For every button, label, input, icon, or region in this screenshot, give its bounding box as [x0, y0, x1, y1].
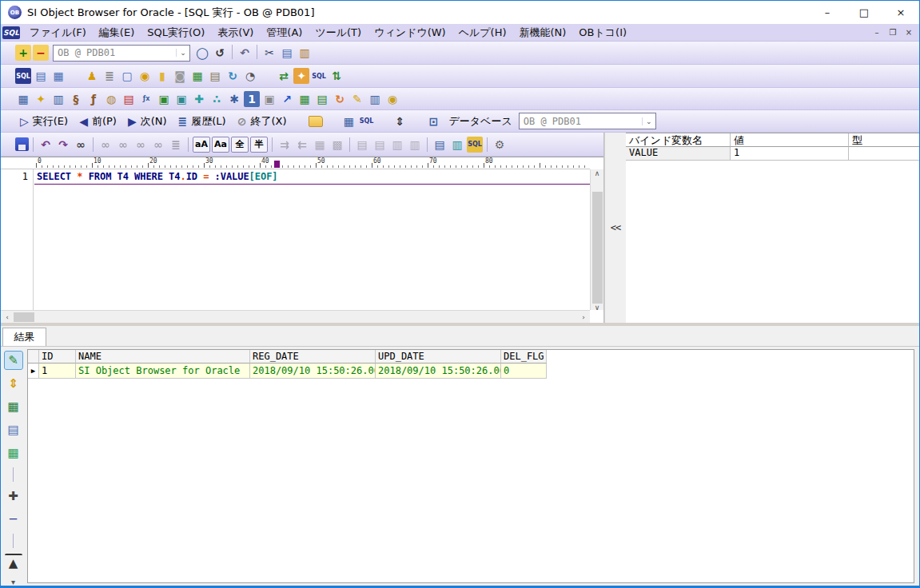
windows-cascade-icon[interactable]: ▣	[261, 91, 277, 107]
move-record-icon[interactable]: ⇕	[5, 375, 22, 392]
edit-row-icon[interactable]: ✎	[5, 352, 22, 369]
scroll-down-icon[interactable]: ∨	[591, 304, 603, 312]
mdi-minimize-button[interactable]: –	[870, 26, 884, 39]
sql-template-icon[interactable]: ▤	[432, 137, 448, 153]
new-sql-icon[interactable]: SQL	[358, 113, 374, 129]
chevron-down-icon[interactable]: ⌄	[176, 49, 189, 57]
menu-tools[interactable]: ツール(T)	[309, 24, 368, 42]
mdi-close-button[interactable]: ×	[902, 26, 916, 39]
scroll-left-icon[interactable]: ‹	[1, 311, 14, 324]
cut-icon[interactable]: ✂	[261, 45, 277, 61]
cell-reg-date[interactable]: 2018/09/10 15:50:26.000	[250, 364, 376, 379]
toggle-editor-icon[interactable]: ⇕	[392, 113, 408, 129]
synonym-add-icon[interactable]: ✚	[191, 91, 207, 107]
quick-edit-icon[interactable]: ✎	[349, 91, 365, 107]
object-list-window-icon[interactable]: ▦	[50, 68, 66, 84]
bind-header-type[interactable]: 型	[849, 133, 919, 147]
menu-window[interactable]: ウィンドウ(W)	[368, 24, 452, 42]
bind-variable-value[interactable]: 1	[731, 147, 849, 161]
menu-sql-exec[interactable]: SQL実行(O)	[141, 24, 211, 42]
menu-view[interactable]: 表示(V)	[211, 24, 260, 42]
scroll-right-icon[interactable]: ›	[577, 311, 590, 324]
function-icon[interactable]: ƒx	[138, 91, 154, 107]
menu-admin[interactable]: 管理(A)	[260, 24, 309, 42]
to-lowercase-icon[interactable]: Aa	[212, 137, 229, 153]
bind-variable-name[interactable]: VALUE	[626, 147, 731, 161]
scroll-more-icon[interactable]: ▾	[5, 577, 22, 586]
cancel-query-icon[interactable]: ◯	[194, 45, 210, 61]
grid-header-name[interactable]: NAME	[76, 350, 250, 364]
lob-data-icon[interactable]: ▥	[367, 91, 383, 107]
find-icon[interactable]: ∞	[73, 137, 89, 153]
sql-format-icon[interactable]: ▥	[449, 137, 465, 153]
menu-ob-toko[interactable]: OBトコ(I)	[572, 24, 633, 42]
new-session-window-icon[interactable]: ⊡	[425, 113, 441, 129]
cell-id[interactable]: 1	[39, 364, 76, 379]
bind-header-name[interactable]: バインド変数名	[626, 133, 731, 147]
bind-variable-row[interactable]: VALUE 1	[626, 147, 919, 161]
to-uppercase-icon[interactable]: aA	[193, 137, 210, 153]
hint-lamp-icon[interactable]: ◉	[384, 91, 400, 107]
cluster-icon[interactable]: ✱	[226, 91, 242, 107]
chevron-down-icon[interactable]: ⌄	[642, 117, 655, 125]
table-definition-icon[interactable]: ▥	[50, 91, 66, 107]
paste-icon[interactable]: ▥	[297, 45, 313, 61]
add-row-icon[interactable]: ✚	[5, 487, 22, 505]
vertical-scrollbar[interactable]: ∧ ∨	[590, 169, 603, 310]
minimize-button[interactable]: –	[809, 1, 846, 24]
menu-new-features[interactable]: 新機能(N)	[512, 24, 572, 42]
client-pc-icon[interactable]: ▢	[119, 68, 135, 84]
previous-button[interactable]: ◀ 前(P)	[74, 113, 122, 130]
window-a-icon[interactable]: ▣	[156, 91, 172, 107]
menu-edit[interactable]: 編集(E)	[93, 24, 141, 42]
synonym-tree-icon[interactable]: ∴	[209, 91, 225, 107]
panel-splitter[interactable]: <<	[604, 133, 626, 323]
cell-del-flg[interactable]: 0	[501, 364, 547, 379]
result-grid[interactable]: ID NAME REG_DATE UPD_DATE DEL_FLG ▶ 1 SI…	[27, 349, 914, 583]
redo-icon[interactable]: ↷	[55, 137, 71, 153]
privilege-key-icon[interactable]: ✦	[293, 68, 309, 84]
to-hankaku-icon[interactable]: 半	[250, 137, 268, 153]
table-data-icon[interactable]: ▦	[297, 91, 313, 107]
job-queue-icon[interactable]: ◔	[242, 68, 258, 84]
mdi-restore-button[interactable]: ❐	[886, 26, 900, 39]
copy-icon[interactable]: ▤	[279, 45, 295, 61]
editor-content[interactable]: 1 SELECT * FROM T4 WHERE T4.ID = :VALUE[…	[1, 169, 603, 323]
csv-export-icon[interactable]: ▦	[5, 444, 22, 462]
cell-upd-date[interactable]: 2018/09/10 15:50:26.000	[376, 364, 501, 379]
grid-header-del-flg[interactable]: DEL_FLG	[501, 350, 547, 364]
run-button[interactable]: ▷ 実行(E)	[14, 113, 74, 130]
connect-database-icon[interactable]: +	[15, 45, 31, 61]
cell-name[interactable]: SI Object Browser for Oracle	[76, 364, 250, 379]
horizontal-scroll-thumb[interactable]	[14, 312, 34, 322]
move-top-icon[interactable]: ▲	[5, 554, 22, 571]
primary-key-icon[interactable]: ✦	[33, 91, 49, 107]
excel-export-icon[interactable]: ▦	[5, 398, 22, 415]
copy-grid-icon[interactable]: ▤	[5, 421, 22, 439]
next-button[interactable]: ▶ 次(N)	[122, 113, 173, 130]
script-window-icon[interactable]: ▤	[33, 68, 49, 84]
open-file-icon[interactable]	[309, 116, 323, 127]
sql-window-icon[interactable]: SQL	[15, 68, 31, 84]
procedure-icon[interactable]: ƒ	[86, 91, 102, 107]
grid-header-upd-date[interactable]: UPD_DATE	[376, 350, 501, 364]
editor-settings-icon[interactable]: ⚙	[492, 137, 508, 153]
shortcut-icon[interactable]: ↗	[279, 91, 295, 107]
tab-result[interactable]: 結果	[2, 328, 46, 346]
report-icon[interactable]: ▤	[314, 91, 330, 107]
grid-header-reg-date[interactable]: REG_DATE	[250, 350, 376, 364]
window-b-icon[interactable]: ▣	[173, 91, 189, 107]
menu-file[interactable]: ファイル(F)	[23, 24, 93, 42]
to-zenkaku-icon[interactable]: 全	[231, 137, 249, 153]
refresh-icon[interactable]: ↻	[332, 91, 348, 107]
memory-icon[interactable]: ▦	[189, 68, 205, 84]
grid-header-id[interactable]: ID	[39, 350, 76, 364]
sql-reference-icon[interactable]: SQL	[467, 137, 483, 153]
stop-button[interactable]: ⊘ 終了(X)	[232, 113, 293, 130]
close-button[interactable]: ×	[882, 1, 919, 24]
user-icon[interactable]: ♟	[84, 68, 100, 84]
tablespace-icon[interactable]: ▮	[154, 68, 170, 84]
import-export-icon[interactable]: ⇄	[276, 68, 292, 84]
sql-search-icon[interactable]: SQL	[311, 68, 327, 84]
vertical-scroll-thumb[interactable]	[592, 192, 603, 304]
